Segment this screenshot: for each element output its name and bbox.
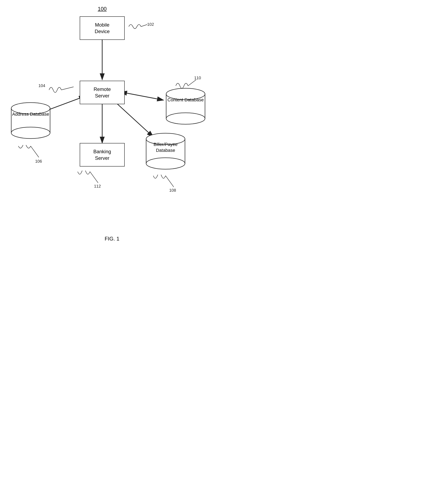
ref-112: 112 xyxy=(94,184,101,188)
banking-server-label: Banking Server xyxy=(93,148,111,161)
remote-server-label: Remote Server xyxy=(94,86,111,99)
mobile-device-label: Mobile Device xyxy=(95,22,110,34)
content-database-label: Content Database xyxy=(165,97,206,103)
ref-108: 108 xyxy=(169,188,176,193)
diagram-title: 100 xyxy=(94,6,110,12)
ref-110: 110 xyxy=(194,76,201,80)
banking-server-node: Banking Server xyxy=(80,143,125,167)
svg-point-11 xyxy=(11,127,50,139)
remote-server-node: Remote Server xyxy=(80,81,125,104)
address-database-label: Address Database xyxy=(10,111,51,117)
ref-102: 102 xyxy=(147,22,154,27)
fig-label: FIG. 1 xyxy=(0,235,224,242)
svg-line-12 xyxy=(31,146,39,157)
svg-line-8 xyxy=(61,87,74,90)
ref-104: 104 xyxy=(38,83,45,88)
ref-106: 106 xyxy=(35,159,42,164)
svg-line-17 xyxy=(90,172,98,183)
svg-line-16 xyxy=(188,80,196,86)
diagram-container: 100 Mobile Device 102 Remote Server 104 … xyxy=(0,0,224,250)
svg-line-7 xyxy=(141,25,147,27)
mobile-device-node: Mobile Device xyxy=(80,16,125,40)
svg-point-15 xyxy=(166,113,205,124)
svg-point-20 xyxy=(146,158,185,169)
svg-line-4 xyxy=(121,92,163,100)
biller-payee-database-label: Biller/Payee Database xyxy=(145,141,186,153)
svg-line-6 xyxy=(116,103,153,137)
svg-line-21 xyxy=(166,176,174,187)
